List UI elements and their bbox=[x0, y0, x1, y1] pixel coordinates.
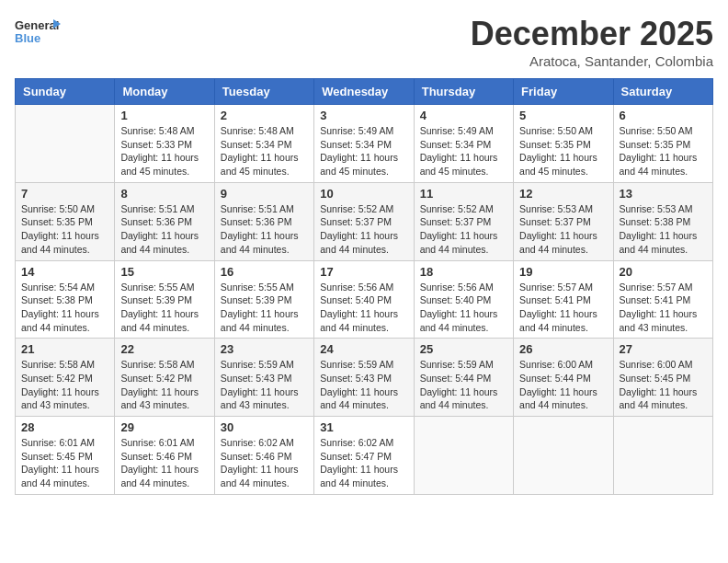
day-info-31: Sunrise: 6:02 AM Sunset: 5:47 PM Dayligh… bbox=[320, 436, 407, 490]
day-info-9: Sunrise: 5:51 AM Sunset: 5:36 PM Dayligh… bbox=[221, 202, 308, 257]
day-8: 8Sunrise: 5:51 AM Sunset: 5:36 PM Daylig… bbox=[115, 182, 214, 260]
day-info-20: Sunrise: 5:57 AM Sunset: 5:41 PM Dayligh… bbox=[620, 281, 707, 335]
day-number-16: 16 bbox=[221, 265, 308, 279]
day-number-13: 13 bbox=[620, 187, 707, 201]
day-20: 20Sunrise: 5:57 AM Sunset: 5:41 PM Dayli… bbox=[613, 260, 712, 339]
day-number-6: 6 bbox=[620, 109, 707, 122]
day-info-6: Sunrise: 5:50 AM Sunset: 5:35 PM Dayligh… bbox=[620, 124, 707, 178]
day-number-4: 4 bbox=[420, 109, 507, 122]
day-info-21: Sunrise: 5:58 AM Sunset: 5:42 PM Dayligh… bbox=[21, 358, 108, 412]
day-info-18: Sunrise: 5:56 AM Sunset: 5:40 PM Dayligh… bbox=[420, 281, 507, 335]
day-15: 15Sunrise: 5:55 AM Sunset: 5:39 PM Dayli… bbox=[115, 260, 214, 339]
calendar-week-3: 14Sunrise: 5:54 AM Sunset: 5:38 PM Dayli… bbox=[16, 260, 713, 339]
day-25: 25Sunrise: 5:59 AM Sunset: 5:44 PM Dayli… bbox=[414, 339, 513, 417]
day-info-30: Sunrise: 6:02 AM Sunset: 5:46 PM Dayligh… bbox=[221, 436, 308, 490]
day-number-15: 15 bbox=[120, 265, 208, 279]
day-7: 7Sunrise: 5:50 AM Sunset: 5:35 PM Daylig… bbox=[16, 182, 115, 260]
day-number-21: 21 bbox=[21, 342, 108, 356]
day-info-19: Sunrise: 5:57 AM Sunset: 5:41 PM Dayligh… bbox=[519, 281, 607, 335]
day-number-24: 24 bbox=[320, 342, 407, 356]
day-number-25: 25 bbox=[420, 342, 507, 356]
calendar-table: SundayMondayTuesdayWednesdayThursdayFrid… bbox=[15, 78, 713, 495]
day-info-26: Sunrise: 6:00 AM Sunset: 5:44 PM Dayligh… bbox=[519, 358, 607, 412]
day-info-27: Sunrise: 6:00 AM Sunset: 5:45 PM Dayligh… bbox=[620, 358, 707, 412]
page-header: General Blue December 2025 Aratoca, Sant… bbox=[15, 15, 713, 69]
day-13: 13Sunrise: 5:53 AM Sunset: 5:38 PM Dayli… bbox=[613, 182, 712, 260]
day-number-10: 10 bbox=[320, 187, 407, 201]
day-number-18: 18 bbox=[420, 265, 507, 279]
day-number-27: 27 bbox=[620, 342, 707, 356]
empty-cell bbox=[613, 417, 712, 495]
day-number-26: 26 bbox=[519, 342, 607, 356]
day-number-1: 1 bbox=[120, 109, 208, 122]
month-title: December 2025 bbox=[471, 15, 713, 53]
day-info-13: Sunrise: 5:53 AM Sunset: 5:38 PM Dayligh… bbox=[620, 202, 707, 257]
calendar-week-5: 28Sunrise: 6:01 AM Sunset: 5:45 PM Dayli… bbox=[16, 417, 713, 495]
day-number-9: 9 bbox=[221, 187, 308, 201]
weekday-wednesday: Wednesday bbox=[314, 79, 414, 105]
day-number-19: 19 bbox=[519, 265, 607, 279]
day-number-23: 23 bbox=[221, 342, 308, 356]
day-number-12: 12 bbox=[519, 187, 607, 201]
title-area: December 2025 Aratoca, Santander, Colomb… bbox=[471, 15, 713, 69]
day-number-28: 28 bbox=[21, 420, 108, 434]
day-5: 5Sunrise: 5:50 AM Sunset: 5:35 PM Daylig… bbox=[514, 105, 613, 183]
day-number-14: 14 bbox=[21, 265, 108, 279]
weekday-monday: Monday bbox=[115, 79, 214, 105]
day-info-7: Sunrise: 5:50 AM Sunset: 5:35 PM Dayligh… bbox=[21, 202, 108, 257]
day-2: 2Sunrise: 5:48 AM Sunset: 5:34 PM Daylig… bbox=[214, 105, 313, 183]
weekday-sunday: Sunday bbox=[16, 79, 115, 105]
day-info-11: Sunrise: 5:52 AM Sunset: 5:37 PM Dayligh… bbox=[420, 202, 507, 257]
day-info-4: Sunrise: 5:49 AM Sunset: 5:34 PM Dayligh… bbox=[420, 124, 507, 178]
day-19: 19Sunrise: 5:57 AM Sunset: 5:41 PM Dayli… bbox=[514, 260, 613, 339]
calendar-week-4: 21Sunrise: 5:58 AM Sunset: 5:42 PM Dayli… bbox=[16, 339, 713, 417]
day-4: 4Sunrise: 5:49 AM Sunset: 5:34 PM Daylig… bbox=[414, 105, 513, 183]
empty-cell bbox=[16, 105, 115, 183]
day-info-23: Sunrise: 5:59 AM Sunset: 5:43 PM Dayligh… bbox=[221, 358, 308, 412]
day-info-15: Sunrise: 5:55 AM Sunset: 5:39 PM Dayligh… bbox=[120, 281, 208, 335]
day-28: 28Sunrise: 6:01 AM Sunset: 5:45 PM Dayli… bbox=[16, 417, 115, 495]
logo: General Blue bbox=[15, 15, 61, 48]
day-info-1: Sunrise: 5:48 AM Sunset: 5:33 PM Dayligh… bbox=[120, 124, 208, 178]
calendar-week-2: 7Sunrise: 5:50 AM Sunset: 5:35 PM Daylig… bbox=[16, 182, 713, 260]
day-21: 21Sunrise: 5:58 AM Sunset: 5:42 PM Dayli… bbox=[16, 339, 115, 417]
day-26: 26Sunrise: 6:00 AM Sunset: 5:44 PM Dayli… bbox=[514, 339, 613, 417]
empty-cell bbox=[514, 417, 613, 495]
day-info-28: Sunrise: 6:01 AM Sunset: 5:45 PM Dayligh… bbox=[21, 436, 108, 490]
day-info-8: Sunrise: 5:51 AM Sunset: 5:36 PM Dayligh… bbox=[120, 202, 208, 257]
day-22: 22Sunrise: 5:58 AM Sunset: 5:42 PM Dayli… bbox=[115, 339, 214, 417]
day-number-22: 22 bbox=[120, 342, 208, 356]
day-info-10: Sunrise: 5:52 AM Sunset: 5:37 PM Dayligh… bbox=[320, 202, 407, 257]
day-10: 10Sunrise: 5:52 AM Sunset: 5:37 PM Dayli… bbox=[314, 182, 414, 260]
svg-text:Blue: Blue bbox=[15, 31, 40, 45]
day-number-30: 30 bbox=[221, 420, 308, 434]
day-3: 3Sunrise: 5:49 AM Sunset: 5:34 PM Daylig… bbox=[314, 105, 414, 183]
day-18: 18Sunrise: 5:56 AM Sunset: 5:40 PM Dayli… bbox=[414, 260, 513, 339]
day-info-17: Sunrise: 5:56 AM Sunset: 5:40 PM Dayligh… bbox=[320, 281, 407, 335]
day-9: 9Sunrise: 5:51 AM Sunset: 5:36 PM Daylig… bbox=[214, 182, 313, 260]
day-24: 24Sunrise: 5:59 AM Sunset: 5:43 PM Dayli… bbox=[314, 339, 414, 417]
day-27: 27Sunrise: 6:00 AM Sunset: 5:45 PM Dayli… bbox=[613, 339, 712, 417]
weekday-saturday: Saturday bbox=[613, 79, 712, 105]
day-info-25: Sunrise: 5:59 AM Sunset: 5:44 PM Dayligh… bbox=[420, 358, 507, 412]
day-6: 6Sunrise: 5:50 AM Sunset: 5:35 PM Daylig… bbox=[613, 105, 712, 183]
weekday-thursday: Thursday bbox=[414, 79, 513, 105]
day-31: 31Sunrise: 6:02 AM Sunset: 5:47 PM Dayli… bbox=[314, 417, 414, 495]
day-info-29: Sunrise: 6:01 AM Sunset: 5:46 PM Dayligh… bbox=[120, 436, 208, 490]
day-number-7: 7 bbox=[21, 187, 108, 201]
day-11: 11Sunrise: 5:52 AM Sunset: 5:37 PM Dayli… bbox=[414, 182, 513, 260]
day-number-29: 29 bbox=[120, 420, 208, 434]
day-30: 30Sunrise: 6:02 AM Sunset: 5:46 PM Dayli… bbox=[214, 417, 313, 495]
svg-text:General: General bbox=[15, 18, 59, 32]
day-number-31: 31 bbox=[320, 420, 407, 434]
day-1: 1Sunrise: 5:48 AM Sunset: 5:33 PM Daylig… bbox=[115, 105, 214, 183]
day-info-12: Sunrise: 5:53 AM Sunset: 5:37 PM Dayligh… bbox=[519, 202, 607, 257]
day-number-17: 17 bbox=[320, 265, 407, 279]
day-number-2: 2 bbox=[221, 109, 308, 122]
day-12: 12Sunrise: 5:53 AM Sunset: 5:37 PM Dayli… bbox=[514, 182, 613, 260]
day-info-14: Sunrise: 5:54 AM Sunset: 5:38 PM Dayligh… bbox=[21, 281, 108, 335]
day-number-20: 20 bbox=[620, 265, 707, 279]
logo-svg: General Blue bbox=[15, 15, 61, 48]
weekday-header-row: SundayMondayTuesdayWednesdayThursdayFrid… bbox=[16, 79, 713, 105]
day-number-11: 11 bbox=[420, 187, 507, 201]
